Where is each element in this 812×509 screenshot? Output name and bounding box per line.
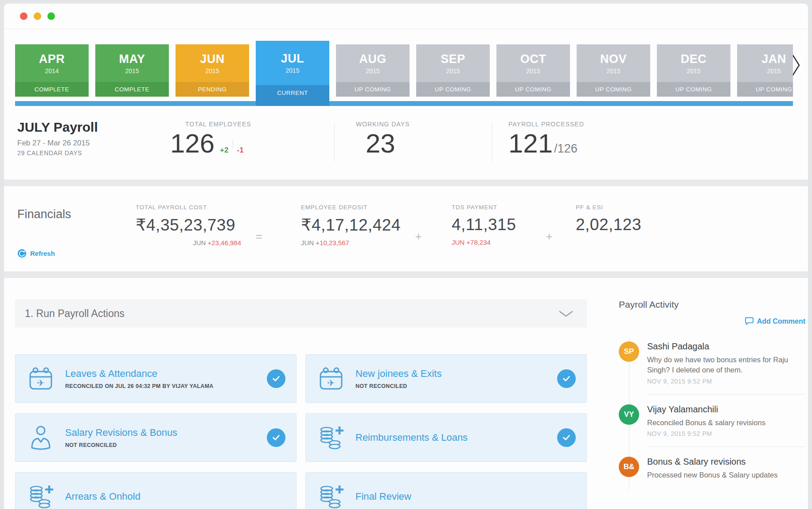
month-main: NOV 2015 (577, 44, 650, 82)
card-title: Salary Revisions & Bonus (65, 427, 177, 439)
delta-divider (233, 139, 233, 148)
fin-value: 2,02,123 (576, 215, 641, 234)
coins-plus-icon (317, 425, 345, 450)
card-arrears-onhold[interactable]: Arrears & Onhold (15, 472, 297, 509)
add-comment-button[interactable]: Add Comment (619, 317, 805, 325)
payroll-summary: JULY Payroll Feb 27 - Mar 26 2015 29 CAL… (4, 111, 808, 180)
fin-value: 4,11,315 (452, 215, 531, 234)
month-main: APR 2014 (15, 44, 89, 82)
delta-month: JUN (193, 239, 206, 247)
month-year: 2015 (496, 67, 570, 74)
fin-label: PF & ESI (576, 204, 641, 211)
card-new-joinees-exits[interactable]: ✈ New joinees & Exits NOT RECONCILED (305, 354, 587, 403)
month-name: APR (15, 52, 89, 66)
card-leaves-attendance[interactable]: ✈ Leaves & Attendance RECONCILED ON JUL … (15, 354, 297, 403)
activity-timestamp: NOV 9, 2015 9:52 PM (647, 378, 804, 385)
card-final-review[interactable]: Final Review (305, 472, 587, 509)
month-name: SEP (416, 52, 490, 66)
card-title: Arrears & Onhold (65, 491, 141, 502)
month-card-apr-2014[interactable]: APR 2014 COMPLETE (15, 44, 89, 97)
month-name: MAY (95, 52, 169, 66)
month-strip: APR 2014 COMPLETE MAY 2015 COMPLETE JUN … (15, 40, 793, 106)
month-card-may-2015[interactable]: MAY 2015 COMPLETE (95, 44, 169, 97)
chevron-down-icon (558, 310, 574, 317)
payroll-title-block: JULY Payroll Feb 27 - Mar 26 2015 29 CAL… (4, 120, 144, 180)
month-card-nov-2015[interactable]: NOV 2015 UP COMING (577, 44, 650, 97)
run-payroll-actions-header[interactable]: 1. Run Payroll Actions (15, 299, 587, 328)
month-status: UP COMING (416, 82, 490, 97)
coins-plus-icon (317, 484, 345, 509)
check-badge-icon[interactable] (557, 428, 576, 447)
activity-entry: VY Vijay Yalamanchili Reconciled Bonus &… (619, 400, 805, 447)
fin-employee-deposit: EMPLOYEE DEPOSIT ₹4,17,12,424 JUN +10,23… (277, 204, 401, 271)
fin-label: EMPLOYEE DEPOSIT (301, 204, 401, 211)
actions-header-label: 1. Run Payroll Actions (25, 308, 125, 320)
month-main: OCT 2015 (496, 44, 570, 82)
window-chrome (4, 4, 808, 29)
month-main: DEC 2015 (657, 44, 730, 82)
month-card-jan-2015[interactable]: JAN 2015 UP COMING (737, 44, 793, 97)
action-cards-grid: ✈ Leaves & Attendance RECONCILED ON JUL … (15, 354, 587, 509)
month-main: AUG 2015 (336, 44, 410, 82)
stat-total: /126 (554, 142, 578, 155)
card-title: Reimbursements & Loans (355, 432, 468, 443)
svg-text:✈: ✈ (37, 378, 45, 388)
stat-label: TOTAL EMPLOYEES (185, 121, 334, 128)
fin-label: TDS PAYMENT (452, 204, 531, 211)
refresh-icon (17, 249, 27, 258)
month-status: COMPLETE (95, 82, 169, 97)
month-status: UP COMING (737, 82, 793, 97)
stat-value: 121 (508, 129, 553, 157)
check-badge-icon[interactable] (267, 369, 285, 388)
month-year: 2015 (256, 67, 329, 74)
maximize-button-icon[interactable] (47, 12, 55, 20)
equals-operator: = (241, 204, 277, 271)
timeline-progress-bar (15, 101, 793, 106)
month-year: 2015 (416, 67, 490, 74)
month-card-aug-2015[interactable]: AUG 2015 UP COMING (336, 44, 410, 97)
delta-value: +23,46,984 (208, 239, 242, 247)
svg-text:✈: ✈ (327, 378, 335, 388)
stat-value: 126 (170, 129, 215, 157)
plus-operator: + (531, 204, 567, 271)
minimize-button-icon[interactable] (34, 12, 41, 20)
month-year: 2015 (737, 67, 793, 74)
stat-value: 23 (366, 129, 395, 157)
card-subtitle: NOT RECONCILED (65, 442, 177, 448)
refresh-button[interactable]: Refresh (17, 249, 117, 258)
month-name: JAN (737, 52, 793, 66)
month-name: DEC (657, 52, 730, 66)
card-reimbursements-loans[interactable]: Reimbursements & Loans (305, 413, 587, 462)
delta-value: +78,234 (466, 239, 491, 246)
month-main: JUL 2015 (256, 41, 329, 85)
card-title: Leaves & Attendance (65, 368, 214, 380)
month-card-oct-2015[interactable]: OCT 2015 UP COMING (496, 44, 570, 97)
close-button-icon[interactable] (20, 12, 27, 20)
month-name: AUG (336, 52, 410, 66)
stat-label: PAYROLL PROCESSED (508, 121, 584, 128)
month-card-sep-2015[interactable]: SEP 2015 UP COMING (416, 44, 490, 97)
plus-operator: + (401, 204, 436, 271)
person-icon (27, 425, 55, 450)
month-card-dec-2015[interactable]: DEC 2015 UP COMING (657, 44, 730, 97)
card-salary-revisions-bonus[interactable]: Salary Revisions & Bonus NOT RECONCILED (15, 413, 297, 462)
check-badge-icon[interactable] (267, 428, 285, 447)
calendar-plane-icon: ✈ (27, 367, 55, 391)
financials-title: Financials (17, 208, 117, 221)
add-comment-label: Add Comment (757, 317, 805, 325)
month-status: UP COMING (577, 82, 650, 97)
card-title: New joinees & Exits (355, 368, 441, 380)
delta-month: JUN (301, 239, 314, 247)
activity-feed: SP Sashi Padagala Why do we have two bon… (619, 337, 805, 490)
app-window: APR 2014 COMPLETE MAY 2015 COMPLETE JUN … (4, 4, 808, 509)
month-card-jun-2015[interactable]: JUN 2015 PENDING (176, 44, 249, 97)
month-card-jul-2015[interactable]: JUL 2015 CURRENT (256, 41, 329, 106)
month-status: UP COMING (657, 82, 730, 97)
fin-total-payroll-cost: TOTAL PAYROLL COST ₹4,35,23,739 JUN +23,… (117, 204, 241, 271)
card-subtitle: NOT RECONCILED (355, 383, 441, 389)
check-badge-icon[interactable] (557, 369, 576, 388)
month-status: PENDING (176, 82, 249, 97)
activity-text: Processed new Bonus & Salary updates (647, 470, 777, 480)
card-title: Final Review (355, 491, 411, 502)
section-gap (4, 271, 808, 278)
